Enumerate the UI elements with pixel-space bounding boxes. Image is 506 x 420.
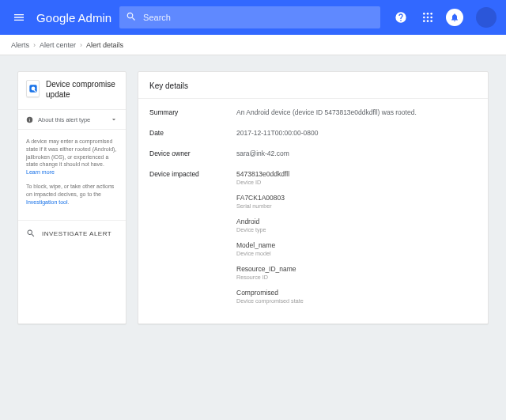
search-input[interactable] bbox=[137, 13, 374, 22]
header-actions bbox=[392, 7, 497, 28]
device-model-label: Device model bbox=[236, 250, 477, 257]
chevron-down-icon bbox=[110, 115, 118, 123]
device-id-label: Device ID bbox=[236, 179, 477, 186]
breadcrumb-current: Alert details bbox=[86, 41, 123, 49]
device-type-label: Device type bbox=[236, 226, 477, 233]
chevron-right-icon: › bbox=[80, 41, 82, 49]
alert-card-header: Device compromise update bbox=[18, 72, 126, 109]
device-type-value: Android bbox=[236, 218, 477, 225]
apps-icon[interactable] bbox=[419, 9, 436, 26]
resource-id-label: Resource ID bbox=[236, 274, 477, 281]
search-box[interactable] bbox=[119, 6, 380, 28]
about-alert-type-body: A device may enter a compromised state i… bbox=[18, 129, 126, 220]
key-details-body: Summary An Android device (device ID 547… bbox=[138, 99, 488, 324]
svg-point-2 bbox=[430, 13, 432, 15]
device-impacted-block: 5473813e0ddkdfll Device ID FA7CK1A00803 … bbox=[236, 170, 477, 305]
breadcrumb-alerts[interactable]: Alerts bbox=[11, 41, 29, 49]
impacted-label: Device impacted bbox=[149, 170, 236, 178]
svg-point-6 bbox=[423, 20, 425, 22]
avatar[interactable] bbox=[476, 7, 497, 28]
about-alert-type-toggle[interactable]: About this alert type bbox=[18, 109, 126, 129]
key-details-heading: Key details bbox=[138, 72, 488, 99]
svg-point-4 bbox=[427, 17, 429, 19]
device-model-value: Model_name bbox=[236, 241, 477, 249]
summary-value: An Android device (device ID 5473813e0dd… bbox=[236, 108, 477, 116]
serial-label: Serial number bbox=[236, 202, 477, 210]
svg-point-3 bbox=[423, 17, 425, 19]
comp-state-value: Compromised bbox=[236, 289, 477, 297]
learn-more-link[interactable]: Learn more bbox=[26, 169, 55, 175]
chevron-right-icon: › bbox=[33, 41, 36, 49]
about-alert-type-label: About this alert type bbox=[38, 116, 90, 123]
menu-icon[interactable] bbox=[9, 8, 28, 27]
info-icon bbox=[26, 116, 33, 123]
alert-desc-text: A device may enter a compromised state i… bbox=[26, 138, 116, 167]
investigate-alert-button[interactable]: INVESTIGATE ALERT bbox=[18, 220, 126, 246]
brand-logo[interactable]: Google Admin bbox=[36, 11, 111, 25]
row-device-impacted: Device impacted 5473813e0ddkdfll Device … bbox=[149, 164, 477, 311]
resource-id-value: Resource_ID_name bbox=[236, 265, 477, 273]
key-details-card: Key details Summary An Android device (d… bbox=[138, 71, 489, 324]
breadcrumb: Alerts › Alert center › Alert details bbox=[0, 35, 506, 55]
svg-point-0 bbox=[423, 13, 425, 15]
investigation-tool-link[interactable]: Investigation tool bbox=[26, 199, 68, 205]
svg-point-5 bbox=[430, 17, 432, 19]
alert-summary-card: Device compromise update About this aler… bbox=[17, 71, 126, 324]
device-compromise-icon bbox=[26, 80, 40, 97]
alert-title: Device compromise update bbox=[46, 80, 118, 100]
appbar: Google Admin bbox=[0, 0, 506, 35]
owner-label: Device owner bbox=[149, 149, 236, 157]
svg-point-1 bbox=[427, 13, 429, 15]
summary-label: Summary bbox=[149, 108, 236, 116]
page-content: Device compromise update About this aler… bbox=[0, 55, 506, 340]
brand-word-admin: Admin bbox=[78, 11, 112, 25]
investigate-alert-label: INVESTIGATE ALERT bbox=[42, 230, 111, 237]
alert-actions-text: To block, wipe, or take other actions on… bbox=[26, 184, 114, 197]
date-value: 2017-12-11T00:00:00-0800 bbox=[236, 129, 477, 137]
svg-point-7 bbox=[427, 20, 429, 22]
svg-point-8 bbox=[430, 20, 432, 22]
help-icon[interactable] bbox=[392, 9, 410, 26]
serial-value: FA7CK1A00803 bbox=[236, 194, 477, 202]
date-label: Date bbox=[149, 129, 236, 137]
row-owner: Device owner sara@ink-42.com bbox=[149, 143, 477, 164]
row-date: Date 2017-12-11T00:00:00-0800 bbox=[149, 123, 477, 143]
brand-word-google: Google bbox=[36, 11, 76, 25]
svg-point-10 bbox=[31, 87, 35, 91]
breadcrumb-alert-center[interactable]: Alert center bbox=[40, 41, 76, 49]
owner-value: sara@ink-42.com bbox=[236, 149, 477, 157]
search-icon bbox=[26, 229, 36, 238]
notifications-icon[interactable] bbox=[446, 9, 463, 26]
search-icon bbox=[126, 11, 137, 24]
row-summary: Summary An Android device (device ID 547… bbox=[149, 102, 477, 123]
comp-state-label: Device compromised state bbox=[236, 297, 477, 305]
device-id-value: 5473813e0ddkdfll bbox=[236, 170, 477, 178]
